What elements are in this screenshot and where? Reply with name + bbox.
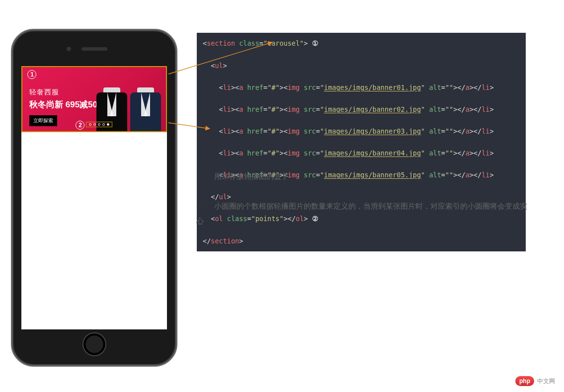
marker-1: 1 (27, 70, 36, 79)
annotation-1: ①： 用来存放轮播图的盒子 (196, 169, 529, 184)
phone-speaker (81, 47, 107, 51)
annotation-2: ②： 小圆圈的个数根据轮播图片的数量来定义的，当滑到某张图片时，对应索引的小圆圈… (196, 199, 529, 229)
annotation-2-marker: ②： (196, 202, 210, 210)
annotation-2-text: 小圆圈的个数根据轮播图片的数量来定义的，当滑到某张图片时，对应索引的小圆圈将会变… (196, 202, 527, 225)
banner-text: 轻奢西服 秋冬尚新 695减50 立即探索 (29, 88, 97, 126)
annotation-1-marker: ①： (196, 172, 210, 180)
banner-line1: 轻奢西服 (29, 88, 97, 97)
banner-line2: 秋冬尚新 695减50 (29, 99, 97, 110)
annotation-1-text: 用来存放轮播图的盒子 (214, 172, 289, 180)
phone-mockup: 1 轻奢西服 秋冬尚新 695减50 立即探索 2 (11, 29, 177, 367)
watermark-text: 中文网 (537, 377, 555, 386)
phone-home-button (82, 332, 106, 356)
marker-2: 2 (76, 121, 84, 130)
carousel-dot[interactable] (98, 123, 100, 126)
suit-navy (130, 92, 161, 131)
banner-cta-button[interactable]: 立即探索 (29, 115, 57, 126)
carousel-banner: 1 轻奢西服 秋冬尚新 695减50 立即探索 2 (21, 66, 167, 132)
watermark: php 中文网 (515, 376, 555, 386)
carousel-dot[interactable] (89, 123, 91, 126)
carousel-dot[interactable] (93, 123, 96, 126)
phone-screen: 1 轻奢西服 秋冬尚新 695减50 立即探索 2 (21, 66, 167, 329)
phone-sensor (67, 47, 71, 51)
carousel-dot[interactable] (107, 123, 109, 126)
carousel-dot[interactable] (102, 123, 105, 126)
phone-speaker-area (81, 47, 107, 51)
carousel-indicators (86, 122, 112, 127)
watermark-pill: php (515, 376, 534, 386)
